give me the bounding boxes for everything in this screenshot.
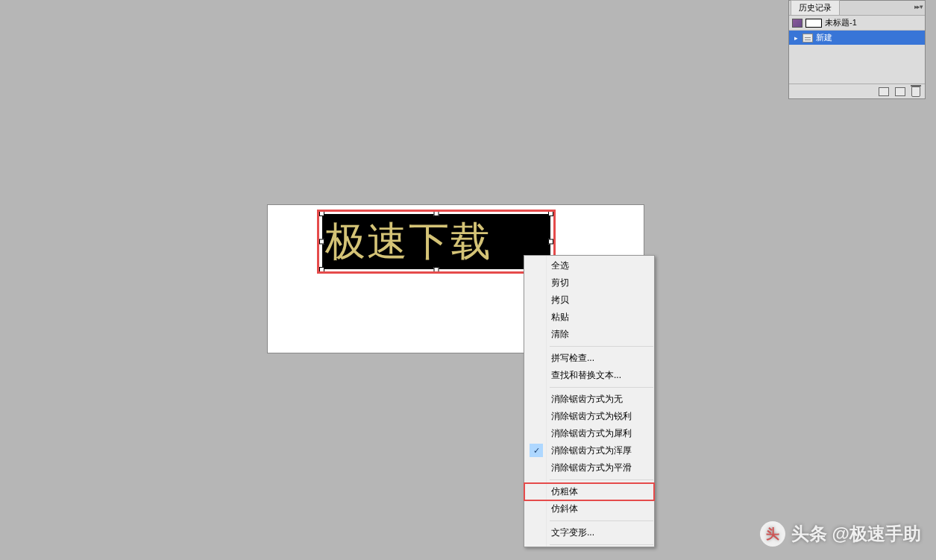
- menu-item-spell-check[interactable]: 拼写检查...: [524, 350, 654, 367]
- menu-item-antialias-none[interactable]: 消除锯齿方式为无: [524, 391, 654, 408]
- history-step-row[interactable]: ▸ 新建: [789, 31, 925, 45]
- menu-item-select-all[interactable]: 全选: [524, 257, 654, 274]
- history-tab[interactable]: 历史记录: [791, 0, 840, 15]
- menu-group-edit: 全选 剪切 拷贝 粘贴 清除: [524, 256, 654, 345]
- step-arrow-icon: ▸: [792, 34, 800, 42]
- history-panel-footer: [789, 84, 925, 98]
- menu-item-antialias-sharp[interactable]: 消除锯齿方式为锐利: [524, 408, 654, 425]
- menu-item-antialias-crisp[interactable]: 消除锯齿方式为犀利: [524, 425, 654, 442]
- watermark-text: 头条 @极速手助: [791, 522, 921, 546]
- menu-group-text-tools: 拼写检查... 查找和替换文本...: [524, 348, 654, 386]
- history-document-name: 未标题-1: [825, 17, 857, 28]
- transform-handle-top-right[interactable]: [548, 211, 553, 216]
- menu-item-cut[interactable]: 剪切: [524, 274, 654, 292]
- menu-item-paste[interactable]: 粘贴: [524, 309, 654, 326]
- new-snapshot-icon[interactable]: [895, 87, 905, 96]
- menu-group-antialias: 消除锯齿方式为无 消除锯齿方式为锐利 消除锯齿方式为犀利 ✓ 消除锯齿方式为浑厚…: [524, 389, 654, 478]
- menu-item-label: 消除锯齿方式为浑厚: [551, 445, 632, 456]
- menu-item-faux-italic[interactable]: 仿斜体: [524, 500, 654, 517]
- menu-item-clear[interactable]: 清除: [524, 326, 654, 343]
- new-document-icon: [802, 34, 813, 43]
- history-empty-area: [789, 45, 925, 84]
- menu-divider: [550, 544, 653, 545]
- menu-group-warp: 文字变形...: [524, 523, 654, 543]
- menu-divider: [550, 479, 653, 480]
- panel-menu-icon[interactable]: ▸▸ ▾: [914, 3, 922, 10]
- document-thumbnail-icon: [805, 19, 822, 28]
- context-menu: 全选 剪切 拷贝 粘贴 清除 拼写检查... 查找和替换文本... 消除锯齿方式…: [524, 255, 655, 547]
- history-step-label: 新建: [816, 32, 832, 43]
- history-document-row[interactable]: 未标题-1: [789, 16, 925, 31]
- menu-item-copy[interactable]: 拷贝: [524, 292, 654, 309]
- brush-icon: [792, 19, 802, 28]
- watermark-logo-icon: 头: [760, 521, 785, 547]
- text-transform-box[interactable]: 极速下载: [322, 214, 550, 269]
- transform-handle-bottom-middle[interactable]: [434, 267, 439, 272]
- trash-icon[interactable]: [911, 86, 920, 97]
- menu-group-faux-style: 仿粗体 仿斜体: [524, 482, 654, 519]
- transform-handle-top-left[interactable]: [319, 211, 324, 216]
- watermark: 头 头条 @极速手助: [760, 521, 921, 547]
- snapshot-icon[interactable]: [879, 87, 889, 96]
- menu-divider: [550, 387, 653, 388]
- menu-divider: [550, 520, 653, 521]
- text-layer-content[interactable]: 极速下载: [322, 214, 550, 269]
- menu-item-find-replace[interactable]: 查找和替换文本...: [524, 367, 654, 384]
- menu-item-faux-bold[interactable]: 仿粗体: [524, 483, 654, 500]
- history-panel-tabbar: 历史记录 ▸▸ ▾: [789, 1, 925, 16]
- menu-item-antialias-smooth[interactable]: 消除锯齿方式为平滑: [524, 459, 654, 476]
- transform-handle-middle-left[interactable]: [319, 239, 324, 245]
- transform-handle-middle-right[interactable]: [548, 239, 553, 245]
- menu-item-antialias-strong[interactable]: ✓ 消除锯齿方式为浑厚: [524, 442, 654, 459]
- menu-divider: [550, 346, 653, 347]
- transform-handle-bottom-left[interactable]: [319, 267, 324, 272]
- menu-item-warp-text[interactable]: 文字变形...: [524, 524, 654, 541]
- check-icon: ✓: [530, 444, 543, 457]
- transform-handle-top-middle[interactable]: [434, 211, 439, 216]
- history-panel: 历史记录 ▸▸ ▾ 未标题-1 ▸ 新建: [788, 0, 926, 99]
